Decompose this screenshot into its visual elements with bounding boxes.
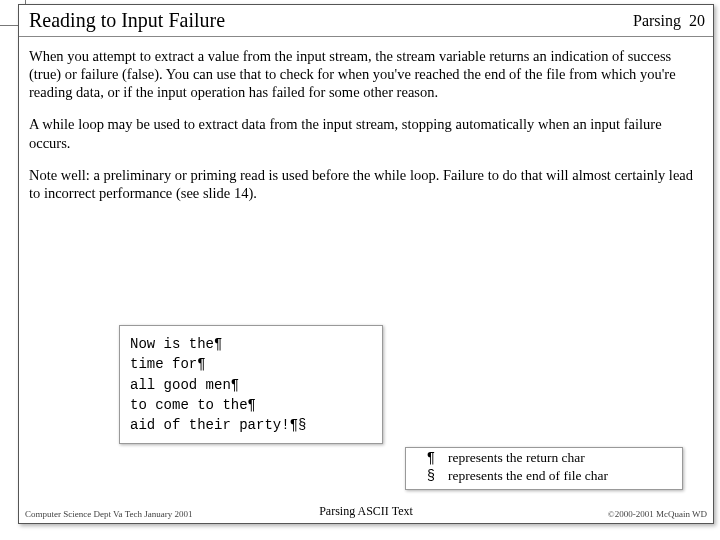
slide-body: When you attempt to extract a value from…	[19, 37, 713, 202]
paragraph-2: A while loop may be used to extract data…	[29, 115, 703, 151]
code-sample-box: Now is the¶ time for¶ all good men¶ to c…	[119, 325, 383, 444]
slide-section-page: Parsing 20	[633, 12, 705, 30]
code-line-5: aid of their party!¶§	[130, 415, 372, 435]
slide-frame: Reading to Input Failure Parsing 20 When…	[18, 4, 714, 524]
legend-row-eof: § represents the end of file char	[414, 468, 674, 486]
paragraph-3: Note well: a preliminary or priming read…	[29, 166, 703, 202]
slide-header: Reading to Input Failure Parsing 20	[19, 5, 713, 37]
page-number: 20	[689, 12, 705, 29]
legend-text-eof: represents the end of file char	[448, 468, 608, 486]
pilcrow-symbol: ¶	[414, 450, 448, 468]
code-line-1: Now is the¶	[130, 334, 372, 354]
slide-title: Reading to Input Failure	[29, 9, 225, 32]
paragraph-1: When you attempt to extract a value from…	[29, 47, 703, 101]
symbol-legend-box: ¶ represents the return char § represent…	[405, 447, 683, 490]
code-line-4: to come to the¶	[130, 395, 372, 415]
legend-row-return: ¶ represents the return char	[414, 450, 674, 468]
section-label: Parsing	[633, 12, 681, 29]
code-line-3: all good men¶	[130, 375, 372, 395]
footer-center: Parsing ASCII Text	[19, 504, 713, 519]
section-symbol: §	[414, 468, 448, 486]
code-line-2: time for¶	[130, 354, 372, 374]
legend-text-return: represents the return char	[448, 450, 585, 468]
